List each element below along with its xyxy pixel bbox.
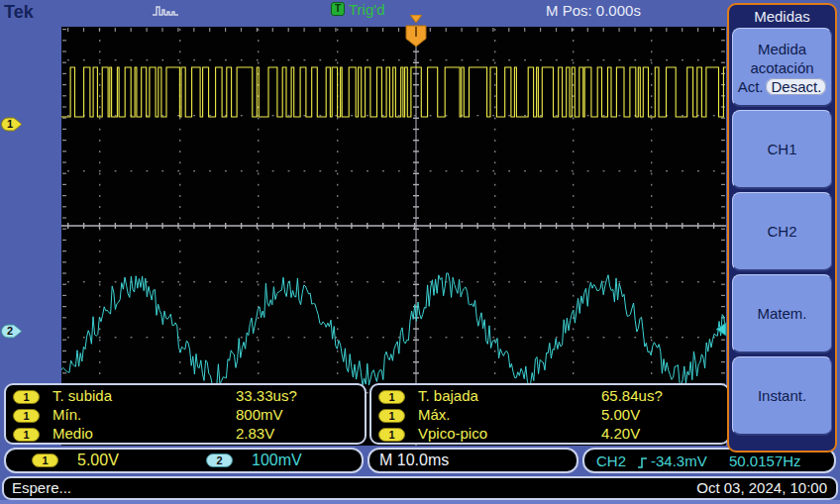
status-message: Espere... <box>12 479 71 496</box>
measurement-value: 800mV <box>236 406 283 423</box>
measurement-value: 65.84us? <box>601 387 663 404</box>
measurement-label: T. bajada <box>418 387 478 404</box>
trigger-level-marker[interactable] <box>715 322 727 341</box>
ch1-badge: 1 <box>13 428 40 442</box>
datetime-readout: Oct 03, 2024, 10:00 <box>696 479 827 496</box>
measurement-value: 33.33us? <box>236 387 297 404</box>
menu-button-instant[interactable]: Instant. <box>732 356 832 436</box>
button-label: Matem. <box>757 304 806 323</box>
measurement-row: 1 T. subida 33.33us? <box>13 387 365 406</box>
trigger-source: CH2 <box>596 453 626 469</box>
measurement-label: Medio <box>52 425 93 442</box>
button-label: CH2 <box>767 222 796 241</box>
trigger-status-icon: T <box>331 2 345 16</box>
acquisition-mode-icon <box>152 4 179 22</box>
timebase-value: M 10.0ms <box>379 452 449 469</box>
measurement-label: Vpico-pico <box>418 425 487 442</box>
channel-scale-readout: 1 5.00V 2 100mV <box>4 448 364 473</box>
measurement-row: 1 Medio 2.83V <box>13 425 365 444</box>
side-menu-medidas: Medidas Medida acotación Act. Desact. CH… <box>727 3 837 453</box>
trigger-position-marker[interactable] <box>404 15 428 52</box>
horizontal-position-readout: M Pos: 0.000s <box>546 2 641 19</box>
toggle-prefix: Act. <box>738 78 764 95</box>
toggle-state: Desact. <box>766 78 826 95</box>
status-bar: Espere... Oct 03, 2024, 10:00 <box>2 476 838 500</box>
trigger-status-text: Trig'd <box>349 1 384 18</box>
menu-title: Medidas <box>732 7 832 28</box>
timebase-readout: M 10.0ms <box>368 448 578 473</box>
measurement-box-right: 1 T. bajada 65.84us? 1 Máx. 5.00V 1 Vpic… <box>369 383 730 445</box>
ch1-badge: 1 <box>378 390 405 404</box>
rising-edge-icon <box>637 455 649 473</box>
ch1-volts-per-div: 5.00V <box>77 452 119 469</box>
trigger-level-value: -34.3mV <box>651 453 707 469</box>
menu-button-ch1[interactable]: CH1 <box>732 110 832 189</box>
measurement-row: 1 Máx. 5.00V <box>378 406 728 425</box>
measurement-label: T. subida <box>52 387 112 404</box>
ch1-marker-label: 1 <box>7 118 13 130</box>
measurement-value: 2.83V <box>236 425 274 442</box>
measurement-label: Mín. <box>52 406 81 423</box>
measurement-label: Máx. <box>418 406 451 423</box>
ch2-volts-per-div: 100mV <box>252 452 302 469</box>
button-label: Medida <box>758 40 806 58</box>
menu-button-medida-acotacion[interactable]: Medida acotación Act. Desact. <box>732 28 832 107</box>
ch2-ground-marker[interactable]: 2 <box>1 324 24 339</box>
button-label: Instant. <box>758 386 806 405</box>
measurement-row: 1 Mín. 800mV <box>13 406 365 425</box>
measurement-value: 4.20V <box>601 425 640 442</box>
measurement-box-left: 1 T. subida 33.33us? 1 Mín. 800mV 1 Medi… <box>4 383 367 445</box>
ch1-badge: 1 <box>378 409 405 423</box>
measurement-row: 1 T. bajada 65.84us? <box>378 387 728 406</box>
menu-button-matem[interactable]: Matem. <box>732 274 832 353</box>
ch1-badge: 1 <box>378 428 405 442</box>
ch2-marker-label: 2 <box>7 325 13 337</box>
button-label: CH1 <box>767 140 796 158</box>
ch2-badge: 2 <box>206 454 233 467</box>
bottom-strip <box>0 500 840 504</box>
trigger-frequency: 50.0157Hz <box>729 453 801 469</box>
ch1-ground-marker[interactable]: 1 <box>1 117 24 132</box>
measurement-row: 1 Vpico-pico 4.20V <box>378 425 728 444</box>
measurement-value: 5.00V <box>601 406 640 423</box>
ch1-badge: 1 <box>32 454 58 467</box>
ch1-badge: 1 <box>13 409 40 423</box>
ch1-badge: 1 <box>13 390 40 404</box>
brand-logo: Tek <box>4 2 34 23</box>
button-label: acotación <box>750 58 813 77</box>
menu-button-ch2[interactable]: CH2 <box>732 192 832 271</box>
